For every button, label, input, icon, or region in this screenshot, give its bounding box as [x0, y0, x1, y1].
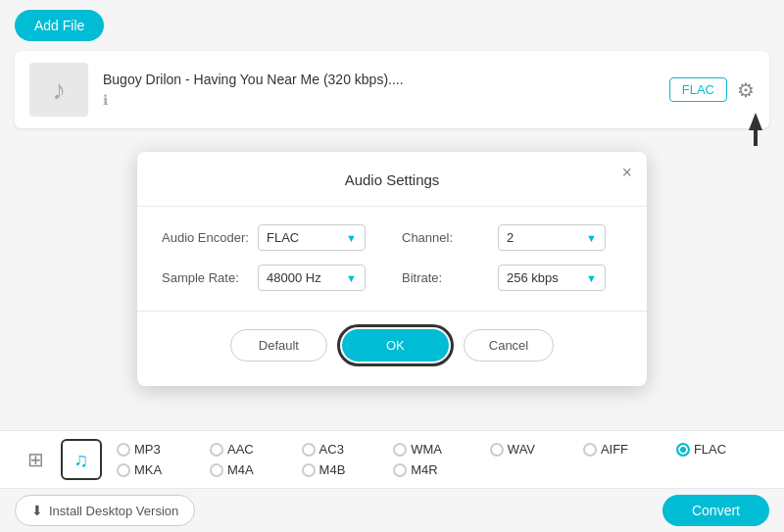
ok-button[interactable]: OK	[342, 329, 449, 362]
cancel-button[interactable]: Cancel	[464, 329, 554, 362]
bitrate-select[interactable]: 256 kbps ▼	[498, 265, 606, 291]
channel-label: Channel:	[402, 230, 490, 245]
audio-encoder-arrow-icon: ▼	[346, 232, 357, 244]
audio-encoder-value: FLAC	[267, 230, 299, 245]
audio-encoder-row: Audio Encoder: FLAC ▼	[162, 224, 382, 251]
modal-close-button[interactable]: ×	[621, 164, 632, 181]
sample-rate-value: 48000 Hz	[267, 270, 321, 285]
audio-encoder-label: Audio Encoder:	[162, 230, 250, 245]
bitrate-arrow-icon: ▼	[586, 272, 597, 284]
modal-overlay: × Audio Settings Audio Encoder: FLAC ▼ C…	[0, 0, 784, 532]
modal-top-divider	[137, 206, 647, 207]
bitrate-label: Bitrate:	[402, 270, 490, 285]
channel-row: Channel: 2 ▼	[402, 224, 622, 251]
sample-rate-row: Sample Rate: 48000 Hz ▼	[162, 265, 382, 291]
sample-rate-arrow-icon: ▼	[346, 272, 357, 284]
modal-title: Audio Settings	[162, 171, 622, 188]
channel-select[interactable]: 2 ▼	[498, 224, 606, 251]
form-grid: Audio Encoder: FLAC ▼ Channel: 2 ▼ Sampl…	[162, 224, 622, 291]
bitrate-row: Bitrate: 256 kbps ▼	[402, 265, 622, 291]
bitrate-value: 256 kbps	[507, 270, 559, 285]
audio-encoder-select[interactable]: FLAC ▼	[258, 224, 366, 251]
default-button[interactable]: Default	[230, 329, 327, 362]
sample-rate-select[interactable]: 48000 Hz ▼	[258, 265, 366, 291]
channel-arrow-icon: ▼	[586, 232, 597, 244]
sample-rate-label: Sample Rate:	[162, 270, 250, 285]
audio-settings-modal: × Audio Settings Audio Encoder: FLAC ▼ C…	[137, 152, 647, 386]
channel-value: 2	[507, 230, 514, 245]
modal-bottom-divider	[137, 311, 647, 312]
modal-buttons: Default OK Cancel	[162, 329, 622, 362]
